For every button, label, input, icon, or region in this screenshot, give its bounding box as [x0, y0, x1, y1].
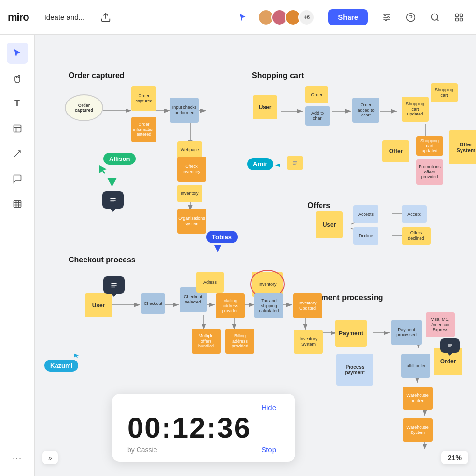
amir-cursor-label: Amir [247, 158, 273, 170]
sticky-warehouse-system[interactable]: Warehouse System [403, 418, 433, 442]
sticky-payment-processed[interactable]: Payment processed [391, 320, 422, 345]
comment-bubble-order[interactable] [440, 338, 460, 353]
sticky-add-chart[interactable]: Add to chart [305, 106, 330, 126]
svg-rect-14 [456, 18, 459, 21]
sticky-mailing-address[interactable]: Mailing address provided [216, 293, 245, 318]
svg-point-9 [432, 14, 438, 20]
kazumi-cursor-label: Kazumi [44, 360, 78, 372]
timer-stop-button[interactable]: Stop [261, 446, 276, 454]
sticky-accepts[interactable]: Accepts [353, 205, 378, 223]
sticky-sc-order[interactable]: Order [305, 86, 328, 103]
sticky-sc-note[interactable]: Shopping cart [431, 83, 458, 102]
help-icon[interactable] [402, 8, 420, 27]
menu-icon[interactable] [450, 8, 468, 27]
avatar-more[interactable]: +6 [298, 9, 315, 26]
tool-frame[interactable] [7, 193, 28, 215]
svg-rect-13 [460, 18, 463, 21]
payment-box[interactable]: Payment [335, 320, 367, 347]
allison-cursor-label: Allison [103, 153, 136, 165]
section-shopping-cart: Shopping cart [252, 72, 304, 80]
tool-text[interactable]: T [7, 93, 28, 114]
sticky-offer[interactable]: Offer [382, 140, 409, 162]
sticky-order-added[interactable]: Order added to chart [352, 98, 379, 123]
canvas[interactable]: Order captured Shopping cart Checkout pr… [35, 35, 476, 476]
sticky-billing-address[interactable]: Billing address provided [225, 329, 254, 354]
expand-button[interactable]: » [42, 451, 58, 464]
tool-comment[interactable] [7, 168, 28, 189]
sticky-promotions[interactable]: Promotions offers provided [416, 159, 443, 185]
upload-button[interactable] [96, 8, 115, 27]
shopping-user-label: User [253, 95, 277, 119]
settings-icon[interactable] [378, 8, 396, 27]
sidebar: T ··· [0, 35, 35, 476]
avatar-group: +6 [258, 9, 315, 26]
svg-point-5 [388, 16, 389, 18]
tool-sticky[interactable] [7, 118, 28, 139]
offers-user-label: User [316, 211, 343, 238]
order-captured-oval: Ordercaptured [65, 94, 103, 121]
svg-marker-68 [74, 353, 79, 358]
header: miro Ideate and... +6 Share [0, 0, 476, 35]
svg-marker-60 [99, 165, 107, 174]
offer-system-box[interactable]: OfferSystem [449, 130, 476, 164]
sticky-check-inventory[interactable]: Check inventory [177, 157, 206, 182]
allison-comment[interactable] [102, 191, 124, 209]
svg-line-10 [437, 19, 439, 21]
cursor-icon [234, 8, 252, 27]
timer-display: 00:12:36 [127, 414, 276, 443]
sticky-checkout[interactable]: Checkout [141, 293, 165, 314]
tool-hand[interactable] [7, 68, 28, 89]
timer-hide-button[interactable]: Hide [261, 404, 276, 412]
logo: miro [8, 11, 29, 24]
comment-bubble-checkout[interactable] [103, 276, 125, 294]
svg-marker-64 [275, 164, 280, 167]
tobias-cursor-label: Tobias [206, 231, 238, 243]
section-order-captured: Order captured [69, 72, 125, 80]
sticky-sc-updated2[interactable]: Shopping cart updated [416, 136, 443, 156]
svg-line-18 [14, 151, 20, 157]
sticky-order-information[interactable]: Order information entered [131, 117, 156, 142]
sticky-inventory-system[interactable]: Inventory System [294, 330, 323, 354]
checkout-user-label: User [85, 293, 112, 317]
svg-rect-15 [14, 125, 21, 132]
svg-rect-19 [14, 201, 21, 208]
svg-rect-12 [460, 14, 463, 16]
sticky-warehouse-notified[interactable]: Warehouse notified [403, 387, 433, 410]
timer-by: by Cassie [127, 446, 157, 454]
more-tools[interactable]: ··· [7, 447, 28, 468]
amir-note[interactable] [287, 156, 303, 170]
timer-panel: Hide 00:12:36 by Cassie Stop [112, 394, 295, 462]
tool-select[interactable] [7, 43, 28, 64]
section-offers: Offers [308, 202, 330, 210]
sticky-webpage[interactable]: Webpage [177, 141, 202, 159]
svg-rect-11 [456, 14, 459, 16]
sticky-organisations[interactable]: Organisations system [177, 209, 206, 234]
svg-point-4 [384, 14, 386, 15]
sticky-multiple-offers[interactable]: Multiple offers bundled [192, 329, 221, 354]
tool-line[interactable] [7, 143, 28, 164]
board-title[interactable]: Ideate and... [39, 10, 90, 24]
sticky-offers-declined[interactable]: Offers declined [402, 227, 431, 245]
sticky-address[interactable]: Adress [196, 272, 224, 293]
sticky-inventory-updated[interactable]: Inventory Updated [293, 293, 322, 318]
sticky-fulfill-order[interactable]: fulfill order [401, 354, 430, 378]
zoom-display: 21% [441, 451, 468, 464]
sticky-input-checks[interactable]: Input checks performed [170, 98, 199, 123]
search-icon[interactable] [426, 8, 444, 27]
sticky-order-captured[interactable]: Order captured [131, 86, 156, 111]
sticky-sc-updated[interactable]: Shopping cart updated [402, 97, 429, 122]
share-button[interactable]: Share [328, 9, 368, 25]
timer-top: Hide [127, 404, 276, 412]
svg-point-6 [385, 19, 387, 20]
sticky-inventory[interactable]: Inventory [177, 185, 202, 202]
sticky-accept[interactable]: Accept [402, 205, 427, 223]
timer-bottom: by Cassie Stop [127, 446, 276, 454]
sticky-decline[interactable]: Decline [353, 227, 378, 245]
section-checkout: Checkout process [69, 256, 136, 264]
sticky-visa-mc[interactable]: Visa, MC, American Express [426, 312, 455, 337]
process-payment-box[interactable]: Process payment [336, 354, 373, 386]
sticky-tax-shipping[interactable]: Tax and shipping calculated [254, 293, 283, 318]
